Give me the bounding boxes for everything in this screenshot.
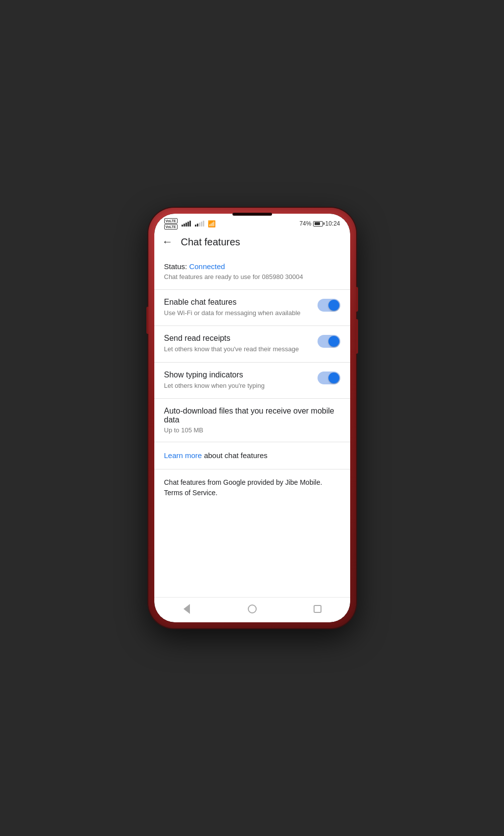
battery-icon: [313, 221, 323, 227]
read-receipts-text: Send read receipts Let others know that …: [164, 334, 312, 354]
battery-body: [313, 221, 323, 227]
nav-recents-button[interactable]: [310, 602, 325, 616]
learn-more-section: Learn more about chat features: [154, 442, 350, 470]
terms-section: Chat features from Google provided by Ji…: [154, 469, 350, 506]
toggle-track-receipts[interactable]: [318, 335, 340, 348]
volume-up-button[interactable]: [356, 287, 358, 312]
enable-chat-text: Enable chat features Use Wi-Fi or data f…: [164, 298, 312, 318]
clock: 10:24: [325, 220, 340, 227]
signal-bars-2: [195, 221, 204, 227]
page-title: Chat features: [181, 236, 240, 248]
status-connected-value: Connected: [189, 262, 225, 271]
enable-chat-section: Enable chat features Use Wi-Fi or data f…: [154, 290, 350, 326]
volume-down-button[interactable]: [356, 319, 358, 354]
typing-indicators-desc: Let others know when you're typing: [164, 381, 312, 390]
read-receipts-title: Send read receipts: [164, 334, 312, 343]
read-receipts-toggle[interactable]: [318, 335, 340, 348]
status-bar: VoLTE VoLTE: [154, 214, 350, 232]
phone-frame: VoLTE VoLTE: [148, 208, 356, 628]
enable-chat-row: Enable chat features Use Wi-Fi or data f…: [164, 298, 340, 318]
auto-download-subtitle: Up to 105 MB: [164, 426, 340, 434]
terms-text: Chat features from Google provided by Ji…: [164, 477, 340, 498]
nav-home-button[interactable]: [245, 602, 260, 616]
volte-badge-1: VoLTE: [164, 218, 178, 224]
typing-indicators-toggle[interactable]: [318, 372, 340, 384]
status-text-label: Status:: [164, 262, 187, 271]
nav-back-icon: [183, 604, 190, 614]
enable-chat-toggle[interactable]: [318, 299, 340, 312]
toggle-thumb: [328, 300, 339, 311]
nav-back-button[interactable]: [180, 602, 194, 616]
app-bar: ← Chat features: [154, 232, 350, 254]
screen-content: VoLTE VoLTE: [154, 214, 350, 622]
toggle-track-typing[interactable]: [318, 372, 340, 384]
auto-download-section[interactable]: Auto-download files that you receive ove…: [154, 399, 350, 442]
nav-bar: [154, 597, 350, 622]
status-description: Chat features are ready to use for 08598…: [164, 273, 340, 281]
status-section: Status: Connected Chat features are read…: [154, 254, 350, 290]
learn-more-rest: about chat features: [202, 451, 268, 460]
volte-badge-2: VoLTE: [164, 224, 178, 230]
toggle-track[interactable]: [318, 299, 340, 312]
phone-screen: VoLTE VoLTE: [154, 214, 350, 622]
status-label: Status: Connected: [164, 262, 340, 271]
battery-fill: [315, 222, 320, 225]
toggle-thumb-receipts: [328, 336, 339, 347]
nav-home-icon: [248, 604, 257, 613]
signal-bars-1: [182, 221, 191, 227]
nav-recents-icon: [314, 605, 321, 613]
back-button[interactable]: ←: [162, 235, 173, 248]
auto-download-title: Auto-download files that you receive ove…: [164, 407, 340, 424]
read-receipts-desc: Let others know that you've read their m…: [164, 345, 312, 354]
settings-content: Status: Connected Chat features are read…: [154, 254, 350, 597]
learn-more-link[interactable]: Learn more: [164, 451, 202, 460]
learn-more-text: Learn more about chat features: [164, 451, 268, 460]
battery-percentage: 74%: [299, 220, 311, 227]
read-receipts-row: Send read receipts Let others know that …: [164, 334, 340, 354]
typing-indicators-text: Show typing indicators Let others know w…: [164, 371, 312, 390]
read-receipts-section: Send read receipts Let others know that …: [154, 326, 350, 362]
typing-indicators-title: Show typing indicators: [164, 371, 312, 379]
wifi-icon: 📶: [208, 220, 216, 228]
power-button[interactable]: [146, 307, 148, 334]
typing-indicators-section: Show typing indicators Let others know w…: [154, 363, 350, 399]
status-right: 74% 10:24: [299, 220, 340, 227]
toggle-thumb-typing: [328, 372, 339, 383]
status-left: VoLTE VoLTE: [164, 218, 216, 230]
enable-chat-desc: Use Wi-Fi or data for messaging when ava…: [164, 309, 312, 318]
enable-chat-title: Enable chat features: [164, 298, 312, 307]
volte-indicators: VoLTE VoLTE: [164, 218, 178, 230]
typing-indicators-row: Show typing indicators Let others know w…: [164, 371, 340, 390]
